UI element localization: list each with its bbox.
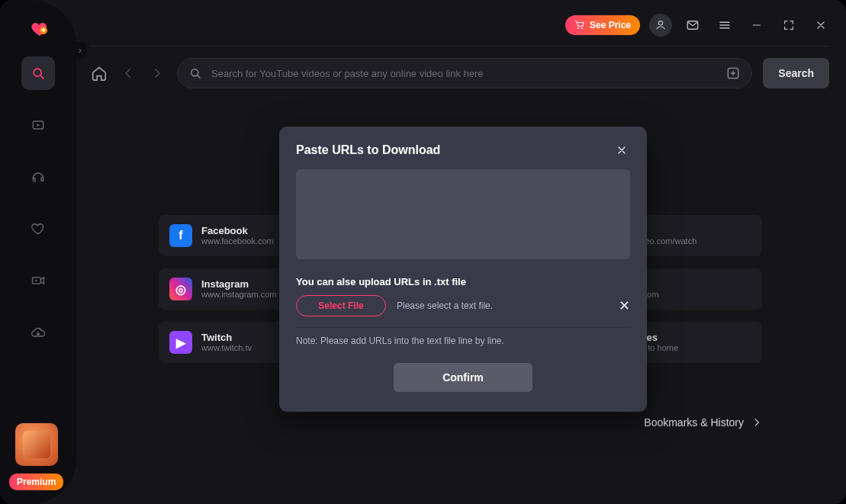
- site-name: Facebook: [201, 225, 274, 237]
- gift-icon[interactable]: [15, 423, 58, 466]
- file-hint: Please select a text file.: [397, 300, 608, 311]
- close-icon: [616, 144, 628, 156]
- user-icon: [655, 19, 667, 31]
- cart-icon: [574, 20, 585, 30]
- nav-row: Search: [90, 58, 829, 88]
- site-icon: ◎: [169, 278, 192, 300]
- site-icon: ▶: [169, 331, 192, 354]
- sidebar-item-recorder[interactable]: [21, 264, 55, 297]
- recorder-icon: [31, 273, 46, 288]
- premium-button[interactable]: Premium: [9, 474, 63, 490]
- bookmarks-label: Bookmarks & History: [644, 416, 744, 429]
- see-price-button[interactable]: See Price: [565, 15, 640, 35]
- divider: [90, 46, 829, 47]
- close-icon: [815, 19, 827, 31]
- mail-icon: [686, 18, 700, 32]
- add-url-icon[interactable]: [725, 66, 741, 81]
- minimize-button[interactable]: [745, 14, 768, 37]
- search-input[interactable]: [211, 68, 716, 79]
- search-icon: [188, 66, 202, 80]
- sidebar: › Premium: [0, 0, 76, 504]
- svg-point-1: [34, 69, 41, 76]
- premium-promo: Premium: [9, 423, 63, 490]
- menu-button[interactable]: [713, 14, 736, 37]
- headphones-icon: [31, 169, 46, 185]
- maximize-button[interactable]: [777, 14, 800, 37]
- urls-textarea[interactable]: [296, 169, 630, 259]
- modal-close-button[interactable]: [613, 142, 630, 159]
- svg-point-7: [191, 69, 198, 76]
- sidebar-item-favorites[interactable]: [21, 212, 55, 246]
- bookmarks-history-link[interactable]: Bookmarks & History: [644, 416, 762, 429]
- sidebar-nav: [21, 56, 55, 349]
- svg-point-5: [658, 21, 662, 25]
- account-button[interactable]: [649, 14, 672, 37]
- clear-file-button[interactable]: ✕: [619, 299, 630, 313]
- search-alt-icon: [31, 66, 46, 81]
- divider: [296, 327, 630, 328]
- back-button[interactable]: [119, 64, 137, 82]
- forward-button[interactable]: [148, 64, 166, 82]
- sidebar-expand-handle[interactable]: ›: [73, 41, 87, 59]
- chevron-right-icon: [751, 417, 762, 428]
- site-icon: f: [169, 224, 192, 247]
- chevron-right-icon: [150, 66, 164, 80]
- see-price-label: See Price: [590, 20, 631, 30]
- app-logo-icon: [31, 20, 49, 38]
- modal-note: Note: Please add URLs into the text file…: [296, 335, 630, 346]
- close-button[interactable]: [809, 14, 832, 37]
- sidebar-item-downloads[interactable]: [21, 316, 55, 349]
- site-name: Twitch: [201, 332, 252, 344]
- home-button[interactable]: [90, 64, 108, 82]
- cloud-download-icon: [31, 325, 46, 340]
- site-url: www.facebook.com: [201, 236, 274, 246]
- sidebar-item-library[interactable]: [21, 108, 55, 142]
- minimize-icon: [751, 19, 763, 31]
- svg-point-4: [35, 280, 37, 282]
- modal-subtitle: You can alse upload URLs in .txt file: [296, 276, 630, 287]
- site-url: www.instagram.com: [201, 290, 276, 300]
- inbox-button[interactable]: [681, 14, 704, 37]
- search-button[interactable]: Search: [763, 58, 829, 88]
- heart-icon: [31, 221, 46, 236]
- search-bar[interactable]: [177, 58, 752, 88]
- paste-urls-modal: Paste URLs to Download You can alse uplo…: [279, 127, 647, 412]
- select-file-button[interactable]: Select File: [296, 295, 386, 316]
- play-box-icon: [31, 117, 46, 133]
- hamburger-icon: [718, 18, 732, 32]
- sidebar-item-headphones[interactable]: [21, 160, 55, 194]
- sidebar-item-discover[interactable]: [21, 56, 55, 90]
- chevron-left-icon: [121, 66, 135, 80]
- home-icon: [91, 65, 108, 82]
- expand-icon: [783, 19, 795, 31]
- window-topbar: See Price: [565, 14, 832, 37]
- modal-title: Paste URLs to Download: [296, 143, 440, 157]
- app-window: › Premium: [0, 0, 846, 504]
- site-name: Instagram: [201, 278, 276, 291]
- site-url: www.twitch.tv: [201, 343, 252, 353]
- confirm-button[interactable]: Confirm: [394, 363, 532, 392]
